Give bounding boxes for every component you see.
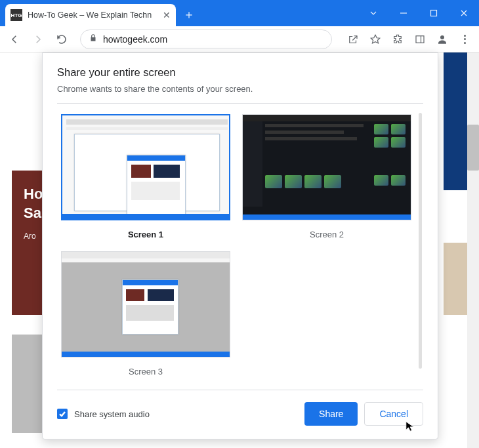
back-button[interactable]: [5, 30, 24, 49]
window-titlebar: HTG How-To Geek – We Explain Techn ✕ ＋: [0, 0, 479, 26]
screen-1-thumbnail: [61, 114, 230, 220]
screen-1-label: Screen 1: [128, 230, 163, 239]
screen-2-thumbnail: [242, 114, 411, 220]
dialog-subtitle: Chrome wants to share the contents of yo…: [57, 84, 423, 94]
page-side-image: [444, 243, 467, 315]
screen-option-2[interactable]: Screen 2: [242, 114, 411, 239]
reload-button[interactable]: [52, 30, 71, 49]
page-scrollbar-thumb[interactable]: [467, 125, 479, 171]
side-panel-icon[interactable]: [411, 30, 429, 49]
forward-button[interactable]: [29, 30, 47, 49]
share-button[interactable]: Share: [304, 402, 358, 426]
close-tab-icon[interactable]: ✕: [163, 10, 171, 20]
mouse-cursor-icon: [405, 420, 417, 435]
screen-3-thumbnail: [61, 251, 230, 357]
hero-text-line2: Sa: [24, 205, 41, 221]
lock-icon: [89, 33, 98, 45]
tab-title: How-To Geek – We Explain Techn: [28, 10, 157, 20]
dialog-title: Share your entire screen: [57, 66, 423, 79]
page-scrollbar-track[interactable]: [467, 52, 479, 448]
screen-option-3[interactable]: Screen 3: [61, 251, 230, 377]
new-tab-button[interactable]: ＋: [180, 5, 198, 24]
window-controls: [358, 0, 479, 26]
screen-options-container: Screen 1: [57, 103, 423, 390]
maximize-icon[interactable]: [419, 0, 449, 26]
dialog-scrollbar[interactable]: [419, 113, 422, 369]
page-viewport: HoSa Aro Share your entire screen Chrome…: [0, 52, 479, 448]
svg-point-7: [440, 35, 444, 39]
dialog-footer: Share system audio Share Cancel: [57, 390, 423, 426]
screen-option-1[interactable]: Screen 1: [61, 114, 230, 239]
minimize-icon[interactable]: [388, 0, 419, 26]
screen-3-label: Screen 3: [129, 367, 163, 377]
svg-rect-1: [431, 10, 437, 16]
browser-toolbar: howtogeek.com: [0, 26, 479, 52]
address-bar[interactable]: howtogeek.com: [80, 30, 332, 49]
browser-tab[interactable]: HTG How-To Geek – We Explain Techn ✕: [5, 4, 176, 26]
screen-2-label: Screen 2: [310, 230, 344, 239]
url-text: howtogeek.com: [103, 34, 167, 45]
extensions-icon[interactable]: [388, 30, 407, 49]
share-audio-checkbox[interactable]: [57, 409, 68, 419]
svg-rect-5: [416, 35, 424, 43]
profile-avatar-icon[interactable]: [433, 30, 451, 49]
share-screen-dialog: Share your entire screen Chrome wants to…: [42, 52, 438, 439]
favicon: HTG: [10, 9, 22, 21]
share-audio-label: Share system audio: [74, 409, 150, 419]
chevron-down-icon[interactable]: [358, 0, 388, 26]
share-page-icon[interactable]: [344, 30, 362, 49]
close-window-icon[interactable]: [449, 0, 479, 26]
hero-text-line1: Ho: [24, 186, 43, 202]
svg-marker-4: [371, 35, 380, 43]
bookmark-star-icon[interactable]: [366, 30, 385, 49]
page-header-bar: [444, 52, 467, 190]
chrome-menu-icon[interactable]: [455, 30, 474, 49]
